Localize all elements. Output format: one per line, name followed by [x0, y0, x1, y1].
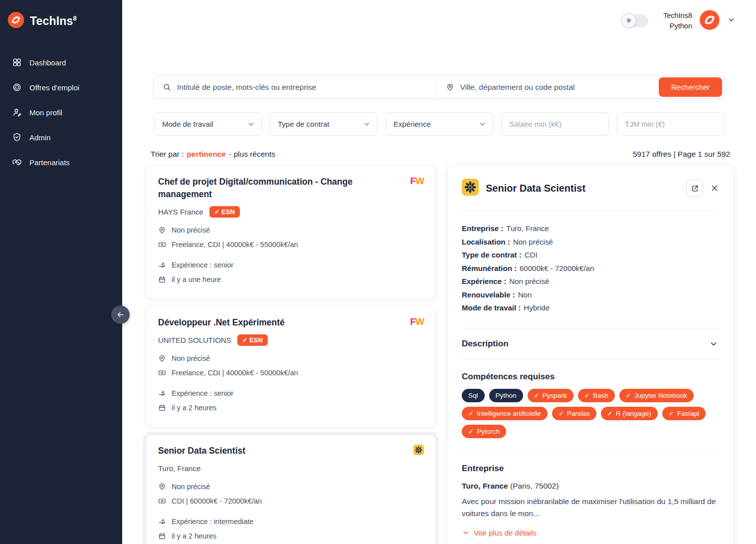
sidebar-item-partenariats[interactable]: Partenariats	[0, 150, 122, 175]
job-card-2[interactable]: Développeur .Net Expérimenté FW UNITED S…	[146, 306, 436, 427]
turo-logo-icon	[462, 179, 479, 198]
calendar-icon	[158, 404, 166, 412]
work-mode-select[interactable]: Mode de travail	[154, 112, 262, 136]
turo-logo-icon	[413, 445, 424, 457]
skill-chip: ✓Jupyter Notebook	[619, 389, 694, 402]
account-plan: Python	[663, 21, 692, 31]
open-external-button[interactable]	[686, 180, 703, 197]
location-pin-icon	[446, 83, 454, 91]
chevron-down-icon	[479, 120, 486, 128]
sidebar-collapse-button[interactable]	[111, 305, 130, 324]
search-submit-button[interactable]: Rechercher	[659, 77, 722, 97]
handshake-icon	[12, 157, 22, 167]
job-company: Turo, France	[158, 464, 200, 473]
account-names: TechIns8 Python	[663, 10, 692, 31]
calendar-icon	[158, 275, 166, 283]
experience-hand-icon	[158, 389, 166, 397]
sidebar-item-dashboard[interactable]: Dashboard	[0, 50, 122, 75]
field-entreprise: Entreprise :Turo, France	[462, 222, 719, 236]
contract-type-select[interactable]: Type de contrat	[270, 112, 378, 136]
divider	[462, 451, 719, 452]
profile-user-icon	[12, 107, 22, 117]
job-offers-target-icon	[12, 82, 22, 92]
sidebar-item-label: Partenariats	[29, 158, 70, 167]
work-mode-select-label: Mode de travail	[162, 120, 213, 128]
sort-row: Trier par : pertinence - plus récents 59…	[151, 150, 730, 159]
description-accordion[interactable]: Description	[462, 328, 719, 359]
search-input[interactable]	[177, 83, 427, 92]
experience-hand-icon	[158, 518, 166, 526]
job-experience-row: Expérience : intermediate	[158, 516, 424, 527]
dashboard-grid-icon	[12, 57, 22, 67]
experience-select[interactable]: Expérience	[385, 112, 493, 136]
see-more-details-link[interactable]: Voir plus de détails	[462, 529, 719, 537]
close-detail-button[interactable]	[710, 184, 719, 193]
salary-banknote-icon	[158, 497, 166, 505]
divider	[462, 359, 719, 359]
search-icon	[163, 83, 171, 91]
skill-chip: ✓Pandas	[552, 407, 596, 420]
app-root: TechIns8 Dashboard Offres d'emploi	[0, 0, 756, 544]
job-location-row: Non précisé	[158, 225, 424, 235]
chevron-down-icon[interactable]	[727, 15, 736, 26]
tjm-min-input[interactable]	[617, 112, 725, 136]
field-mode-travail: Mode de travail :Hybride	[462, 301, 719, 315]
search-bar: Rechercher	[153, 75, 725, 99]
account-logo-icon	[699, 9, 721, 33]
account-menu[interactable]: TechIns8 Python	[663, 9, 736, 33]
experience-select-label: Expérience	[393, 120, 431, 128]
brand-name: TechIns8	[30, 14, 77, 28]
detail-fields: Entreprise :Turo, France Localisation :N…	[462, 222, 719, 315]
job-title: Senior Data Scientist	[158, 445, 424, 457]
skill-chip: ✓Fastapi	[662, 407, 706, 420]
job-detail-panel: Senior Data Scientist Entreprise :Turo, …	[447, 165, 734, 544]
skill-chip: ✓Pytorch	[462, 425, 506, 438]
skills-heading: Compétences requises	[462, 372, 719, 382]
job-posted-row: il y a une heure	[158, 274, 424, 284]
job-location-row: Non précisé	[158, 481, 424, 492]
job-salary-row: Freelance, CDI | 40000k€ - 50000k€/an	[158, 367, 424, 378]
salary-banknote-icon	[158, 241, 166, 249]
location-pin-icon	[158, 226, 166, 234]
field-experience: Expérience :Non précisé	[462, 275, 719, 288]
company-identity: Turo, France (Paris, 75002)	[462, 482, 719, 491]
location-pin-icon	[158, 354, 166, 362]
job-title: Chef de projet Digital/communication - C…	[158, 176, 424, 201]
freework-logo-icon: FW	[410, 316, 424, 327]
job-salary-row: Freelance, CDI | 40000k€ - 55000k€/an	[158, 239, 424, 250]
calendar-icon	[158, 532, 166, 540]
external-link-icon	[691, 184, 699, 193]
job-company: UNITED SOLUTIONS	[158, 336, 231, 344]
sidebar-item-admin[interactable]: Admin	[0, 125, 122, 150]
account-name: TechIns8	[663, 10, 692, 20]
company-description: Avec pour mission inébranlable de maximi…	[462, 496, 719, 520]
sidebar-item-offres[interactable]: Offres d'emploi	[0, 75, 122, 100]
field-renouvelable: Renouvelable :Non	[462, 288, 719, 302]
job-card-1[interactable]: Chef de projet Digital/communication - C…	[146, 165, 436, 299]
field-type-contrat: Type de contrat :CDI	[462, 249, 719, 262]
salary-min-input[interactable]	[501, 112, 609, 136]
brand-logo[interactable]: TechIns8	[0, 0, 122, 41]
shield-icon	[12, 132, 22, 142]
contract-type-select-label: Type de contrat	[278, 120, 329, 128]
results-count: 5917 offres | Page 1 sur 592	[633, 150, 730, 159]
job-card-3-selected[interactable]: Senior Data Scientist	[146, 434, 436, 544]
salary-banknote-icon	[158, 369, 166, 377]
sidebar-item-profil[interactable]: Mon profil	[0, 100, 122, 125]
esn-badge: ✓ ESN	[209, 206, 240, 218]
field-localisation: Localisation :Non précisé	[462, 236, 719, 249]
sidebar: TechIns8 Dashboard Offres d'emploi	[0, 0, 122, 544]
skill-chip: ✓Bash	[578, 389, 615, 402]
close-icon	[710, 184, 719, 193]
main-content: TechIns8 Python	[122, 0, 756, 544]
sort-recent-link[interactable]: - plus récents	[229, 150, 275, 159]
detail-job-title: Senior Data Scientist	[486, 183, 679, 194]
job-title: Développeur .Net Expérimenté	[158, 316, 424, 329]
sidebar-item-label: Offres d'emploi	[29, 83, 79, 92]
theme-toggle[interactable]	[622, 14, 648, 27]
sidebar-nav: Dashboard Offres d'emploi Mon profil	[0, 50, 122, 175]
company-location: (Paris, 75002)	[510, 482, 559, 490]
sort-pertinence-link[interactable]: pertinence	[187, 150, 226, 159]
location-input[interactable]	[460, 83, 650, 92]
sort-prefix-label: Trier par :	[151, 150, 184, 159]
